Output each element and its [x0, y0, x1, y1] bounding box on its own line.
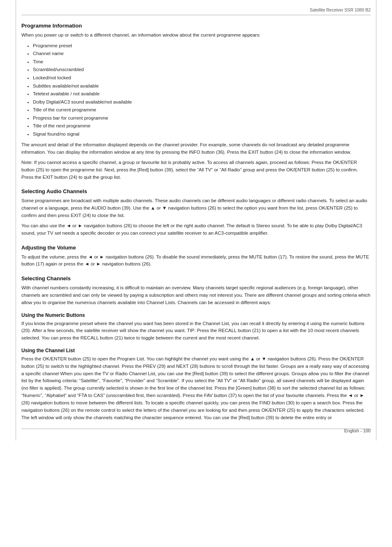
- right-margin: [376, 0, 376, 441]
- numeric-para-1: If you know the programme preset where t…: [21, 320, 371, 342]
- list-item: Title of the current programme: [33, 106, 371, 114]
- page-footer: English - 100: [344, 428, 371, 433]
- bottom-rule: [21, 429, 371, 429]
- list-item: Subtitles available/not available: [33, 82, 371, 90]
- page: Satellite Receiver SSR 1080 B2 Programme…: [0, 0, 392, 441]
- list-item: Programme preset: [33, 42, 371, 50]
- audio-para-1: Some programmes are broadcast with multi…: [21, 197, 371, 219]
- subsection-title-numeric: Using the Numeric Buttons: [21, 312, 371, 318]
- list-item: Dolby Digital/AC3 sound available/not av…: [33, 98, 371, 106]
- list-item: Title of the next programme: [33, 122, 371, 130]
- list-item: Channel name: [33, 50, 371, 58]
- page-header: Satellite Receiver SSR 1080 B2: [310, 7, 371, 12]
- programme-bullets: Programme presetChannel nameTimeScramble…: [33, 42, 371, 138]
- programme-intro: When you power up or switch to a differe…: [21, 32, 371, 39]
- list-item: Scrambled/unscrambled: [33, 66, 371, 74]
- list-item: Signal found/no signal: [33, 130, 371, 138]
- subsection-title-channel-list: Using the Channel List: [21, 348, 371, 353]
- list-item: Time: [33, 58, 371, 66]
- section-title-programme-information: Programme Information: [21, 23, 371, 29]
- channels-para-1: With channel numbers constantly increasi…: [21, 284, 371, 306]
- list-item: Teletext available / not available: [33, 90, 371, 98]
- section-audio-channels: Selecting Audio Channels Some programmes…: [21, 188, 371, 237]
- channel-list-para-1: Press the OK/ENTER button (25) to open t…: [21, 355, 371, 421]
- audio-para-2: You can also use the ◄ or ► navigation b…: [21, 222, 371, 237]
- header-title: Satellite Receiver SSR 1080 B2: [310, 7, 371, 12]
- section-title-channels: Selecting Channels: [21, 275, 371, 282]
- subsection-numeric-buttons: Using the Numeric Buttons If you know th…: [21, 312, 371, 342]
- section-programme-information: Programme Information When you power up …: [21, 23, 371, 181]
- section-title-volume: Adjusting the Volume: [21, 245, 371, 251]
- programme-para-2: Note: If you cannot access a specific ch…: [21, 159, 371, 181]
- top-rule: [21, 15, 371, 15]
- volume-para-1: To adjust the volume, press the ◄ or ► n…: [21, 254, 371, 268]
- section-volume: Adjusting the Volume To adjust the volum…: [21, 245, 371, 268]
- list-item: Progress bar for current programme: [33, 114, 371, 122]
- section-channels: Selecting Channels With channel numbers …: [21, 275, 371, 421]
- section-title-audio: Selecting Audio Channels: [21, 188, 371, 194]
- programme-para-1: The amount and detail of the information…: [21, 141, 371, 156]
- left-margin: [16, 0, 16, 441]
- subsection-channel-list: Using the Channel List Press the OK/ENTE…: [21, 348, 371, 421]
- list-item: Locked/not locked: [33, 74, 371, 82]
